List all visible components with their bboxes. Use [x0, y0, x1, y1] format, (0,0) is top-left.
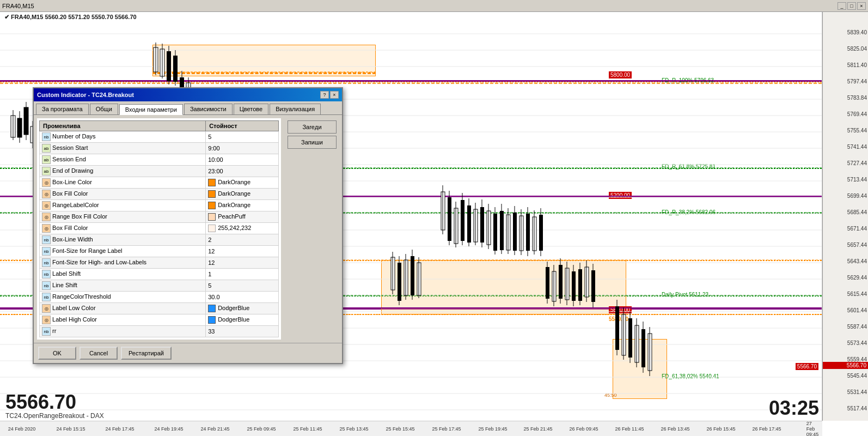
row-icon-cell: ◎ Label High Color [40, 314, 206, 326]
row-value-cell[interactable]: DarkOrange [206, 200, 279, 211]
table-row[interactable]: nb rr 33 [40, 326, 279, 337]
row-value-cell[interactable]: 9:00 [206, 143, 279, 154]
row-value-cell[interactable]: 23:00 [206, 166, 279, 177]
param-icon: nb [42, 258, 51, 267]
row-value-cell[interactable]: DarkOrange [206, 177, 279, 189]
row-value-cell[interactable]: 12 [206, 246, 279, 257]
row-value-cell[interactable]: 10:00 [206, 154, 279, 166]
time-axis: 24 Feb 2020 24 Feb 15:15 24 Feb 17:45 24… [0, 421, 822, 436]
dialog-tabs[interactable]: За програмата Общи Входни параметри Зави… [34, 101, 342, 115]
bottom-time-display: 03:25 [769, 397, 819, 420]
save-button[interactable]: Запиши [288, 136, 337, 149]
svg-rect-87 [487, 211, 491, 245]
chart-box-mid [381, 260, 626, 314]
dialog-help-button[interactable]: ? [320, 91, 329, 99]
col-variable: Променлива [40, 121, 206, 131]
time-label-11: 25 Feb 19:45 [478, 426, 507, 432]
table-row[interactable]: nb Line Shift 5 [40, 280, 279, 292]
row-value-cell[interactable]: 255,242,232 [206, 223, 279, 234]
row-value-cell[interactable]: DodgerBlue [206, 314, 279, 326]
tab-colors[interactable]: Цветове [234, 104, 268, 114]
row-value-cell[interactable]: PeachPuff [206, 211, 279, 223]
table-row[interactable]: nb RangeColorThreshold 30.0 [40, 292, 279, 303]
tab-dependencies[interactable]: Зависимости [184, 104, 233, 114]
price-5741: 5741.44 [847, 144, 867, 150]
dialog-side-buttons: Заreди Запиши [284, 117, 340, 341]
title-bar-text: FRA40,M15 [2, 3, 34, 9]
title-bar: FRA40,M15 _ □ × [0, 0, 868, 12]
price-5517: 5517.44 [847, 405, 867, 411]
time-label-6: 25 Feb 09:45 [247, 426, 276, 432]
svg-rect-73 [441, 192, 445, 230]
table-row[interactable]: ◎ Range Box Fill Color PeachPuff [40, 211, 279, 223]
tab-visualization[interactable]: Визуализация [270, 104, 321, 114]
minimize-button[interactable]: _ [838, 2, 846, 10]
table-row[interactable]: ab Session End 10:00 [40, 154, 279, 166]
close-button[interactable]: × [857, 2, 866, 10]
table-row[interactable]: ◎ Label Low Color DodgerBlue [40, 303, 279, 314]
table-row[interactable]: nb Font-Size for Range Label 12 [40, 246, 279, 257]
tab-about[interactable]: За програмата [36, 104, 89, 114]
param-icon: ◎ [42, 316, 51, 324]
row-value-cell[interactable]: 2 [206, 234, 279, 246]
time-label-14: 26 Feb 11:45 [615, 426, 644, 432]
row-icon-cell: ab Session Start [40, 143, 206, 154]
price-5727: 5727.44 [847, 160, 867, 166]
row-value-cell[interactable]: 33 [206, 326, 279, 337]
tab-general[interactable]: Общи [90, 104, 118, 114]
price-5657: 5657.44 [847, 242, 867, 248]
time-label-10: 25 Feb 17:45 [432, 426, 461, 432]
params-table-container: Променлива Стойност nb Number of Days 5 [37, 118, 281, 340]
dialog-close-button[interactable]: × [330, 91, 339, 99]
dialog-window: Custom Indicator - TC24.Breakout ? × За … [33, 87, 343, 364]
reset-button[interactable]: Заreди [288, 120, 337, 134]
table-row[interactable]: ab End of Drawing 23:00 [40, 166, 279, 177]
svg-rect-99 [526, 214, 530, 251]
ok-button[interactable]: OK [38, 347, 76, 360]
table-row[interactable]: ab Session Start 9:00 [40, 143, 279, 154]
table-row[interactable]: nb Box-Line Width 2 [40, 234, 279, 246]
param-icon: ◎ [42, 304, 51, 313]
row-value-cell[interactable]: 5 [206, 280, 279, 292]
svg-rect-95 [513, 213, 517, 251]
fd-label-bottom: FD_61,38,02% 5540.41 [662, 373, 719, 379]
svg-rect-35 [17, 118, 22, 137]
param-icon: ab [42, 144, 51, 153]
time-label-3: 24 Feb 17:45 [105, 426, 134, 432]
table-row[interactable]: nb Label Shift 1 [40, 269, 279, 280]
param-icon: nb [42, 270, 51, 278]
price-5811: 5811.40 [847, 62, 867, 68]
time-label-4: 24 Feb 19:45 [154, 426, 183, 432]
row-icon-cell: ab Session End [40, 154, 206, 166]
tab-inputs[interactable]: Входни параметри [119, 104, 183, 115]
row-value-cell[interactable]: DodgerBlue [206, 303, 279, 314]
row-value-cell[interactable]: 5 [206, 131, 279, 143]
row-value-cell[interactable]: 1 [206, 269, 279, 280]
row-value-cell[interactable]: 30.0 [206, 292, 279, 303]
dialog-controls[interactable]: ? × [320, 91, 339, 99]
row-icon-cell: nb rr [40, 326, 206, 337]
row-value-cell[interactable]: DarkOrange [206, 189, 279, 200]
time-2020: 24 Feb 2020 [8, 426, 36, 432]
table-row[interactable]: ◎ RangeLabelColor DarkOrange [40, 200, 279, 211]
table-row[interactable]: nb Font-Size for High- and Low-Labels 12 [40, 257, 279, 269]
param-icon: nb [42, 132, 51, 141]
price-5713: 5713.44 [847, 177, 867, 183]
svg-rect-101 [533, 217, 536, 251]
table-row[interactable]: ◎ Label High Color DodgerBlue [40, 314, 279, 326]
restart-button[interactable]: Рестартирай [121, 347, 172, 360]
title-bar-controls[interactable]: _ □ × [838, 2, 866, 10]
row-icon-cell: nb Font-Size for High- and Low-Labels [40, 257, 206, 269]
table-row[interactable]: ◎ Box Fill Color DarkOrange [40, 189, 279, 200]
table-row[interactable]: ◎ Box-Line Color DarkOrange [40, 177, 279, 189]
cancel-button[interactable]: Cancel [80, 347, 118, 360]
param-icon: nb [42, 247, 51, 256]
param-icon: ◎ [42, 178, 51, 187]
table-row[interactable]: ◎ Box Fill Color 255,242,232 [40, 223, 279, 234]
table-row[interactable]: nb Number of Days 5 [40, 131, 279, 143]
top-box-dashed [152, 72, 376, 74]
maximize-button[interactable]: □ [847, 2, 856, 10]
price-highlight-5566: 5566.70 [796, 363, 818, 370]
row-value-cell[interactable]: 12 [206, 257, 279, 269]
price-5629: 5629.44 [847, 275, 867, 281]
